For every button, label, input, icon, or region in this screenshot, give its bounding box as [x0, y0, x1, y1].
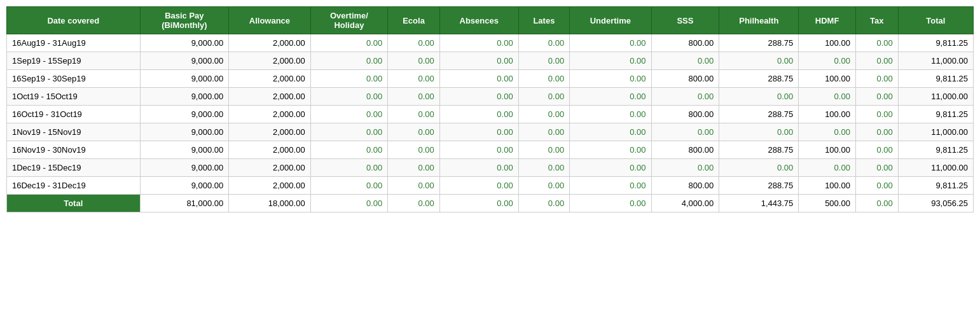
- cell-tax: 0.00: [855, 141, 898, 159]
- cell-tax: 0.00: [855, 88, 898, 106]
- col-header-basic-pay: Basic Pay(BiMonthly): [140, 7, 229, 34]
- cell-philhealth: 0.00: [719, 123, 799, 141]
- cell-lates: 0.00: [518, 106, 569, 123]
- total-hdmf: 500.00: [799, 195, 856, 212]
- cell-lates: 0.00: [518, 123, 569, 141]
- cell-lates: 0.00: [518, 159, 569, 177]
- cell-allowance: 2,000.00: [229, 52, 310, 70]
- table-row: 16Aug19 - 31Aug19 9,000.00 2,000.00 0.00…: [7, 34, 974, 52]
- cell-absences: 0.00: [439, 123, 518, 141]
- cell-basic-pay: 9,000.00: [140, 70, 229, 88]
- total-overtime: 0.00: [310, 195, 388, 212]
- cell-undertime: 0.00: [570, 159, 651, 177]
- col-header-total: Total: [898, 7, 973, 34]
- cell-date: 16Nov19 - 30Nov19: [7, 141, 141, 159]
- cell-hdmf: 100.00: [799, 141, 856, 159]
- cell-absences: 0.00: [439, 52, 518, 70]
- cell-total: 11,000.00: [898, 52, 973, 70]
- cell-absences: 0.00: [439, 106, 518, 123]
- cell-sss: 800.00: [651, 34, 719, 52]
- table-row: 16Nov19 - 30Nov19 9,000.00 2,000.00 0.00…: [7, 141, 974, 159]
- cell-sss: 0.00: [651, 88, 719, 106]
- col-header-lates: Lates: [518, 7, 569, 34]
- cell-philhealth: 288.75: [719, 106, 799, 123]
- total-tax: 0.00: [855, 195, 898, 212]
- cell-tax: 0.00: [855, 34, 898, 52]
- cell-philhealth: 0.00: [719, 88, 799, 106]
- total-label: Total: [7, 195, 141, 212]
- col-header-undertime: Undertime: [570, 7, 651, 34]
- cell-allowance: 2,000.00: [229, 70, 310, 88]
- cell-allowance: 2,000.00: [229, 177, 310, 195]
- cell-sss: 0.00: [651, 52, 719, 70]
- total-lates: 0.00: [518, 195, 569, 212]
- cell-allowance: 2,000.00: [229, 88, 310, 106]
- cell-total: 11,000.00: [898, 88, 973, 106]
- total-absences: 0.00: [439, 195, 518, 212]
- cell-undertime: 0.00: [570, 70, 651, 88]
- cell-hdmf: 100.00: [799, 34, 856, 52]
- col-header-absences: Absences: [439, 7, 518, 34]
- cell-absences: 0.00: [439, 141, 518, 159]
- cell-overtime: 0.00: [310, 88, 388, 106]
- cell-lates: 0.00: [518, 34, 569, 52]
- cell-total: 9,811.25: [898, 106, 973, 123]
- cell-undertime: 0.00: [570, 88, 651, 106]
- cell-date: 16Dec19 - 31Dec19: [7, 177, 141, 195]
- cell-overtime: 0.00: [310, 70, 388, 88]
- cell-basic-pay: 9,000.00: [140, 123, 229, 141]
- cell-tax: 0.00: [855, 106, 898, 123]
- cell-hdmf: 100.00: [799, 106, 856, 123]
- cell-hdmf: 0.00: [799, 52, 856, 70]
- cell-tax: 0.00: [855, 70, 898, 88]
- cell-basic-pay: 9,000.00: [140, 159, 229, 177]
- total-basic-pay: 81,000.00: [140, 195, 229, 212]
- total-total: 93,056.25: [898, 195, 973, 212]
- table-header-row: Date covered Basic Pay(BiMonthly) Allowa…: [7, 7, 974, 34]
- cell-date: 1Sep19 - 15Sep19: [7, 52, 141, 70]
- cell-allowance: 2,000.00: [229, 123, 310, 141]
- cell-date: 16Oct19 - 31Oct19: [7, 106, 141, 123]
- cell-philhealth: 0.00: [719, 159, 799, 177]
- table-row: 16Oct19 - 31Oct19 9,000.00 2,000.00 0.00…: [7, 106, 974, 123]
- cell-overtime: 0.00: [310, 123, 388, 141]
- cell-tax: 0.00: [855, 177, 898, 195]
- cell-total: 9,811.25: [898, 34, 973, 52]
- table-row: 16Dec19 - 31Dec19 9,000.00 2,000.00 0.00…: [7, 177, 974, 195]
- cell-sss: 0.00: [651, 123, 719, 141]
- cell-undertime: 0.00: [570, 177, 651, 195]
- cell-undertime: 0.00: [570, 123, 651, 141]
- cell-allowance: 2,000.00: [229, 159, 310, 177]
- cell-hdmf: 100.00: [799, 70, 856, 88]
- cell-sss: 0.00: [651, 159, 719, 177]
- cell-philhealth: 288.75: [719, 141, 799, 159]
- cell-allowance: 2,000.00: [229, 34, 310, 52]
- cell-ecola: 0.00: [388, 70, 440, 88]
- cell-tax: 0.00: [855, 123, 898, 141]
- cell-philhealth: 0.00: [719, 52, 799, 70]
- cell-total: 9,811.25: [898, 177, 973, 195]
- cell-ecola: 0.00: [388, 52, 440, 70]
- total-allowance: 18,000.00: [229, 195, 310, 212]
- col-header-sss: SSS: [651, 7, 719, 34]
- col-header-philhealth: Philhealth: [719, 7, 799, 34]
- cell-absences: 0.00: [439, 159, 518, 177]
- cell-absences: 0.00: [439, 70, 518, 88]
- cell-ecola: 0.00: [388, 34, 440, 52]
- cell-lates: 0.00: [518, 52, 569, 70]
- cell-absences: 0.00: [439, 177, 518, 195]
- cell-hdmf: 0.00: [799, 88, 856, 106]
- cell-sss: 800.00: [651, 70, 719, 88]
- cell-lates: 0.00: [518, 70, 569, 88]
- cell-absences: 0.00: [439, 34, 518, 52]
- cell-ecola: 0.00: [388, 159, 440, 177]
- cell-philhealth: 288.75: [719, 34, 799, 52]
- cell-total: 11,000.00: [898, 159, 973, 177]
- cell-overtime: 0.00: [310, 106, 388, 123]
- cell-ecola: 0.00: [388, 88, 440, 106]
- cell-hdmf: 0.00: [799, 159, 856, 177]
- total-row: Total 81,000.00 18,000.00 0.00 0.00 0.00…: [7, 195, 974, 212]
- cell-date: 1Dec19 - 15Dec19: [7, 159, 141, 177]
- cell-absences: 0.00: [439, 88, 518, 106]
- cell-sss: 800.00: [651, 177, 719, 195]
